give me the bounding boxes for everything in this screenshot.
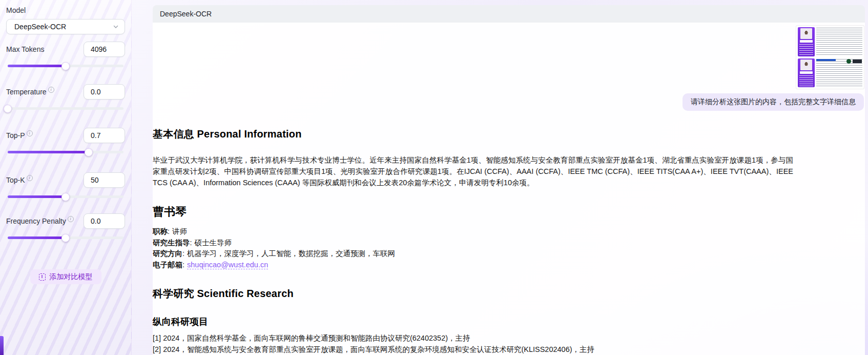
detail-row-research-direction: 研究方向:机器学习，深度学习，人工智能，数据挖掘，交通预测，车联网	[153, 248, 793, 260]
decorative-accent-bar	[0, 336, 4, 355]
heading-vertical-projects: 纵向科研项目	[153, 315, 793, 328]
project-item: [2] 2024，智能感知系统与安全教育部重点实验室开放课题，面向车联网系统的复…	[153, 344, 793, 355]
person-name-heading: 曹书琴	[153, 204, 793, 220]
detail-row-email: 电子邮箱:shuqincao@wust.edu.cn	[153, 260, 793, 271]
max-tokens-input[interactable]	[84, 42, 125, 57]
info-icon[interactable]: i	[27, 130, 33, 136]
top-k-group: Top-K i	[6, 172, 125, 188]
thumb-photo	[800, 60, 812, 70]
top-p-input[interactable]	[84, 128, 125, 143]
user-turn: 请详细分析这张图片的内容，包括完整文字详细信息	[153, 23, 865, 111]
max-tokens-slider[interactable]	[6, 62, 125, 70]
slider-knob[interactable]	[85, 148, 93, 156]
thumb-university-logo	[846, 59, 851, 64]
top-k-input[interactable]	[84, 172, 125, 188]
settings-sidebar: Model DeepSeek-OCR Max Tokens Temperatur…	[0, 0, 132, 355]
temperature-input[interactable]	[84, 84, 125, 100]
user-message-text: 请详细分析这张图片的内容，包括完整文字详细信息	[691, 97, 856, 106]
frequency-penalty-input[interactable]	[84, 213, 125, 229]
top-p-group: Top-P i	[6, 128, 125, 143]
assistant-response: 基本信息 Personal Information 毕业于武汉大学计算机学院，获…	[153, 127, 793, 355]
slider-knob[interactable]	[61, 193, 70, 201]
model-select-value: DeepSeek-OCR	[14, 23, 66, 31]
thumb-text-block	[816, 28, 862, 56]
chevron-down-icon	[113, 24, 119, 30]
chat-body: 请详细分析这张图片的内容，包括完整文字详细信息 基本信息 Personal In…	[153, 23, 865, 355]
temperature-slider[interactable]	[6, 104, 125, 113]
frequency-penalty-group: Frequency Penalty i	[6, 213, 125, 229]
bio-paragraph: 毕业于武汉大学计算机学院，获计算机科学与技术专业博士学位。近年来主持国家自然科学…	[153, 154, 793, 188]
chat-model-header: DeepSeek-OCR	[153, 5, 865, 23]
user-message-bubble: 请详细分析这张图片的内容，包括完整文字详细信息	[683, 93, 864, 111]
detail-row-supervision: 研究生指导:硕士生导师	[153, 238, 793, 249]
thumb-photo	[800, 28, 812, 39]
thumb-profile-card	[798, 58, 815, 88]
heading-scientific-research: 科学研究 Scientific Research	[153, 287, 793, 301]
model-select[interactable]: DeepSeek-OCR	[6, 19, 125, 34]
max-tokens-group: Max Tokens	[6, 42, 125, 57]
info-icon[interactable]: i	[68, 216, 74, 222]
app-root: Model DeepSeek-OCR Max Tokens Temperatur…	[0, 0, 868, 355]
detail-list: 职称:讲师 研究生指导:硕士生导师 研究方向:机器学习，深度学习，人工智能，数据…	[153, 226, 793, 270]
slider-knob[interactable]	[4, 105, 12, 113]
heading-basic-info: 基本信息 Personal Information	[153, 127, 793, 141]
email-link[interactable]: shuqincao@wust.edu.cn	[187, 261, 268, 269]
model-label: Model	[6, 6, 125, 14]
info-icon[interactable]: i	[27, 175, 33, 181]
attached-image-thumbnail[interactable]	[796, 26, 864, 89]
detail-row-title: 职称:讲师	[153, 226, 793, 238]
top-p-label: Top-P i	[6, 131, 33, 140]
frequency-penalty-slider[interactable]	[6, 233, 125, 242]
add-model-icon: ⁝	[39, 273, 46, 281]
max-tokens-label: Max Tokens	[6, 45, 44, 53]
thumb-profile-card	[798, 27, 815, 56]
top-k-label: Top-K i	[6, 176, 33, 184]
temperature-group: Temperature i	[6, 84, 125, 100]
info-icon[interactable]: i	[48, 87, 54, 93]
top-p-slider[interactable]	[6, 148, 125, 156]
frequency-penalty-label: Frequency Penalty i	[6, 217, 74, 225]
temperature-label: Temperature i	[6, 88, 54, 96]
slider-knob[interactable]	[61, 234, 70, 242]
thumb-text-block	[816, 59, 862, 88]
slider-knob[interactable]	[61, 62, 70, 70]
chat-model-title: DeepSeek-OCR	[160, 10, 212, 18]
chat-panel: DeepSeek-OCR	[132, 0, 868, 355]
top-k-slider[interactable]	[6, 192, 125, 201]
project-list: [1] 2024，国家自然科学基金，面向车联网的鲁棒交通预测和智能路由协议研究(…	[153, 333, 793, 355]
add-compare-model-button[interactable]: ⁝ 添加对比模型	[30, 269, 101, 284]
project-item: [1] 2024，国家自然科学基金，面向车联网的鲁棒交通预测和智能路由协议研究(…	[153, 333, 793, 344]
chat-card: DeepSeek-OCR	[153, 5, 865, 355]
